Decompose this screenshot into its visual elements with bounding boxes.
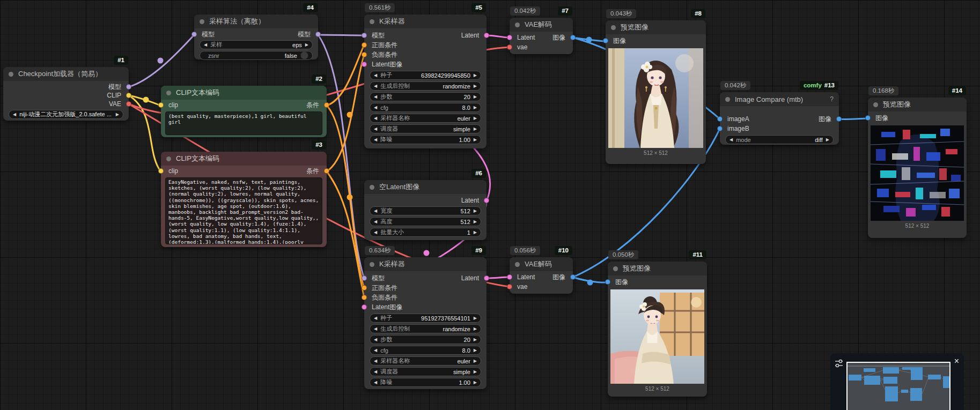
scheduler-widget[interactable]: ◀ 调度器 simple ▶ [370, 124, 481, 133]
next-arrow-icon[interactable]: ▶ [474, 73, 477, 78]
prev-arrow-icon[interactable]: ◀ [730, 137, 733, 142]
next-arrow-icon[interactable]: ▶ [474, 230, 477, 235]
node-clip-encode-positive[interactable]: #2 CLIP文本编码 clip 条件 (best quality, maste… [161, 86, 327, 137]
negative-input-port[interactable] [362, 52, 367, 57]
batch-size-widget[interactable]: ◀ 批量大小 1 ▶ [370, 228, 481, 237]
node-titlebar[interactable]: CLIP文本编码 [161, 152, 327, 166]
reroute-dot[interactable] [586, 37, 592, 43]
sampler-name-widget[interactable]: ◀ 采样器名称 euler ▶ [370, 114, 481, 123]
collapse-dot-icon[interactable] [200, 19, 204, 24]
prev-arrow-icon[interactable]: ◀ [374, 137, 377, 142]
node-preview-image-2[interactable]: 0.050秒 #11 预览图像 图像 [608, 262, 707, 397]
node-sampler-algorithm[interactable]: #4 采样算法（离散） 模型 模型 ◀ 采样 eps ▶ zsnr false [194, 14, 318, 59]
prev-arrow-icon[interactable]: ◀ [374, 94, 377, 99]
minimap-panel[interactable]: × [830, 353, 964, 410]
node-vae-decode-2[interactable]: 0.056秒 #10 VAE解码 Latent 图像 vae [510, 257, 573, 294]
node-titlebar[interactable]: K采样器 [364, 257, 487, 271]
next-arrow-icon[interactable]: ▶ [474, 137, 477, 142]
node-titlebar[interactable]: CLIP文本编码 [161, 86, 327, 100]
positive-input-port[interactable] [362, 42, 367, 48]
reroute-dot[interactable] [424, 250, 430, 256]
image-input-port[interactable] [603, 38, 608, 43]
vae-output-port[interactable] [126, 101, 131, 107]
clip-input-port[interactable] [158, 168, 164, 174]
prev-arrow-icon[interactable]: ◀ [374, 230, 377, 235]
denoise-widget[interactable]: ◀ 降噪 1.00 ▶ [370, 378, 481, 387]
latent-input-port[interactable] [362, 62, 367, 67]
model-output-port[interactable] [126, 84, 131, 90]
node-titlebar[interactable]: 采样算法（离散） [194, 14, 318, 28]
control-after-generate-widget[interactable]: ◀ 生成后控制 randomize ▶ [370, 81, 481, 91]
sampling-widget[interactable]: ◀ 采样 eps ▶ [200, 40, 313, 49]
next-arrow-icon[interactable]: ▶ [305, 42, 308, 47]
vae-input-port[interactable] [507, 284, 512, 289]
next-arrow-icon[interactable]: ▶ [474, 105, 477, 110]
image-output-port[interactable] [836, 116, 842, 122]
next-arrow-icon[interactable]: ▶ [474, 126, 477, 131]
latent-input-port[interactable] [507, 274, 512, 280]
node-titlebar[interactable]: Checkpoint加载器（简易） [3, 67, 129, 81]
prev-arrow-icon[interactable]: ◀ [374, 219, 377, 224]
node-vae-decode-1[interactable]: 0.042秒 #7 VAE解码 Latent 图像 vae [510, 18, 573, 54]
node-titlebar[interactable]: VAE解码 [510, 257, 573, 271]
next-arrow-icon[interactable]: ▶ [474, 316, 477, 320]
next-arrow-icon[interactable]: ▶ [474, 326, 477, 331]
prev-arrow-icon[interactable]: ◀ [374, 84, 377, 88]
imageB-input-port[interactable] [717, 126, 723, 131]
negative-prompt-textarea[interactable]: EasyNegative, naked, nsfw, text, paintin… [165, 177, 322, 244]
node-graph-canvas[interactable]: #1 Checkpoint加载器（简易） 模型 CLIP VAE ◀ niji-… [0, 0, 980, 410]
collapse-dot-icon[interactable] [613, 266, 618, 271]
node-titlebar[interactable]: 预览图像 [606, 20, 706, 34]
next-arrow-icon[interactable]: ▶ [474, 116, 477, 121]
next-arrow-icon[interactable]: ▶ [474, 380, 477, 385]
negative-input-port[interactable] [362, 295, 367, 300]
prev-arrow-icon[interactable]: ◀ [374, 348, 377, 353]
image-input-port[interactable] [605, 279, 610, 285]
help-icon[interactable]: ? [830, 95, 834, 103]
prev-arrow-icon[interactable]: ◀ [374, 369, 377, 374]
ckpt-name-widget[interactable]: ◀ niji-动漫二次元加强版_2.0.safete ... ▶ [9, 110, 123, 119]
model-input-port[interactable] [362, 33, 367, 38]
next-arrow-icon[interactable]: ▶ [826, 137, 829, 142]
reroute-dot[interactable] [347, 195, 353, 200]
node-titlebar[interactable]: Image Compare (mtb) ? [720, 92, 839, 106]
image-output-port[interactable] [570, 274, 576, 280]
collapse-dot-icon[interactable] [370, 262, 374, 267]
collapse-dot-icon[interactable] [515, 23, 520, 27]
steps-widget[interactable]: ◀ 步数 20 ▶ [370, 335, 481, 344]
sampler-name-widget[interactable]: ◀ 采样器名称 euler ▶ [370, 356, 481, 366]
node-preview-image-1[interactable]: 0.043秒 #8 预览图像 图像 [606, 20, 706, 164]
next-arrow-icon[interactable]: ▶ [474, 94, 477, 99]
node-ksampler-2[interactable]: 0.634秒 #9 K采样器 模型 Latent 正面条件 负面条件 [364, 257, 487, 389]
control-after-generate-widget[interactable]: ◀ 生成后控制 randomize ▶ [370, 324, 481, 333]
node-ksampler-1[interactable]: 0.561秒 #5 K采样器 模型 Latent 正面条件 负面条件 [364, 14, 487, 148]
next-arrow-icon[interactable]: ▶ [474, 359, 477, 363]
prev-arrow-icon[interactable]: ◀ [374, 126, 377, 131]
prev-arrow-icon[interactable]: ◀ [374, 316, 377, 320]
node-checkpoint-loader[interactable]: #1 Checkpoint加载器（简易） 模型 CLIP VAE ◀ niji-… [3, 67, 129, 121]
clip-output-port[interactable] [126, 93, 131, 98]
denoise-widget[interactable]: ◀ 降噪 1.00 ▶ [370, 135, 481, 144]
latent-input-port[interactable] [362, 304, 367, 310]
node-titlebar[interactable]: 预览图像 [868, 98, 967, 111]
collapse-dot-icon[interactable] [873, 102, 878, 107]
prev-arrow-icon[interactable]: ◀ [374, 73, 377, 78]
minimap-settings-icon[interactable] [835, 359, 843, 370]
node-titlebar[interactable]: K采样器 [364, 14, 487, 28]
clip-input-port[interactable] [158, 102, 164, 108]
collapse-dot-icon[interactable] [370, 19, 374, 24]
prev-arrow-icon[interactable]: ◀ [374, 337, 377, 342]
steps-widget[interactable]: ◀ 步数 20 ▶ [370, 92, 481, 101]
scheduler-widget[interactable]: ◀ 调度器 simple ▶ [370, 367, 481, 376]
prev-arrow-icon[interactable]: ◀ [13, 112, 16, 117]
prev-arrow-icon[interactable]: ◀ [374, 326, 377, 331]
minimap-close-icon[interactable]: × [954, 356, 959, 366]
next-arrow-icon[interactable]: ▶ [474, 348, 477, 353]
node-preview-image-3[interactable]: 0.168秒 #14 预览图像 图像 [868, 98, 967, 238]
collapse-dot-icon[interactable] [9, 72, 13, 77]
conditioning-output-port[interactable] [324, 168, 329, 174]
latent-output-port[interactable] [484, 198, 489, 203]
next-arrow-icon[interactable]: ▶ [474, 208, 477, 213]
collapse-dot-icon[interactable] [515, 262, 520, 267]
minimap-viewport[interactable] [846, 362, 950, 410]
